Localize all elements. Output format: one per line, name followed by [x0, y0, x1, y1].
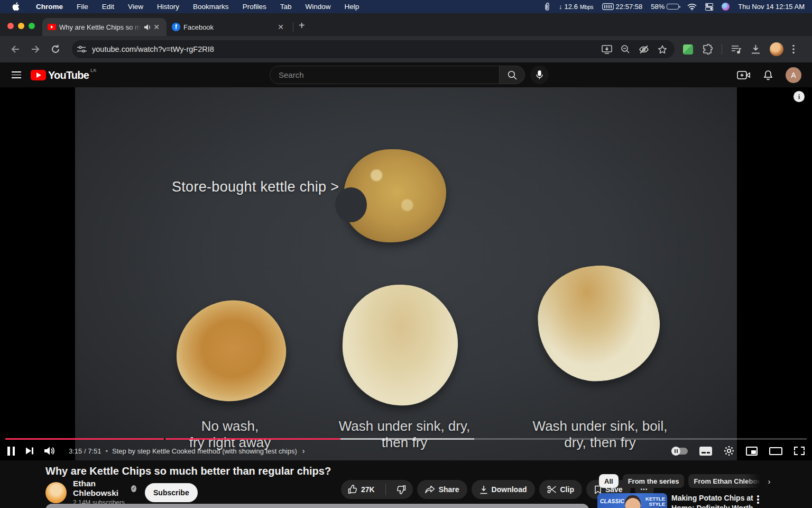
chrome-toolbar: youtube.com/watch?v=tWy-rgF2RI8: [0, 36, 812, 62]
notifications-bell-icon[interactable]: [763, 70, 773, 80]
tab-youtube[interactable]: Why are Kettle Chips so m ✕: [42, 18, 167, 36]
minimize-window-button[interactable]: [18, 23, 24, 29]
voice-search-button[interactable]: [530, 66, 549, 84]
siri-icon[interactable]: [722, 3, 730, 11]
chrome-menu-icon[interactable]: [792, 44, 795, 54]
menubar-item-window[interactable]: Window: [305, 3, 330, 11]
player-controls: 3:15 / 7:51 • Step by step Kettle Cooked…: [7, 442, 805, 459]
filter-chip-all[interactable]: All: [599, 474, 619, 488]
autoplay-toggle[interactable]: [672, 448, 688, 455]
new-tab-button[interactable]: +: [296, 20, 310, 36]
menubar-clock[interactable]: Thu Nov 14 12:15 AM: [738, 3, 805, 11]
menubar-item-chrome[interactable]: Chrome: [36, 3, 63, 11]
close-window-button[interactable]: [7, 23, 14, 29]
channel-avatar[interactable]: [45, 482, 67, 503]
progress-bar[interactable]: [5, 438, 807, 440]
close-tab-icon[interactable]: ✕: [152, 23, 161, 31]
menubar-item-profiles[interactable]: Profiles: [243, 3, 266, 11]
close-tab-icon[interactable]: ✕: [276, 23, 285, 31]
reload-button[interactable]: [45, 44, 66, 54]
video-player[interactable]: Store-bought kettle chip > No wash,fry r…: [0, 87, 812, 460]
info-icon[interactable]: i: [793, 91, 805, 102]
clip-button[interactable]: Clip: [539, 480, 582, 499]
recommended-thumbnail[interactable]: CLASSIC KETTLE STYLE: [597, 493, 667, 508]
menubar-item-file[interactable]: File: [77, 3, 88, 11]
dislike-button[interactable]: [390, 480, 413, 499]
tab-facebook[interactable]: f Facebook ✕: [167, 18, 291, 36]
facebook-favicon: f: [172, 23, 180, 31]
video-overlay-label: Store-bought kettle chip >: [172, 179, 339, 195]
youtube-wordmark: YouTube: [48, 70, 89, 80]
time-display: 3:15 / 7:51: [69, 447, 101, 455]
downloads-icon[interactable]: [751, 44, 761, 54]
paperclip-icon[interactable]: [544, 2, 550, 12]
search-icon: [508, 70, 517, 80]
menubar-item-view[interactable]: View: [128, 3, 143, 11]
menubar-item-bookmarks[interactable]: Bookmarks: [193, 3, 229, 11]
tab-audio-icon[interactable]: [144, 24, 152, 31]
filter-chip-from-channel[interactable]: From Ethan Chlebowski: [688, 474, 760, 488]
verified-badge-icon: ✓: [131, 485, 136, 492]
like-button[interactable]: 27K: [341, 480, 382, 499]
menubar-item-history[interactable]: History: [157, 3, 179, 11]
search-input[interactable]: [270, 66, 500, 84]
install-app-icon[interactable]: [602, 45, 612, 54]
apple-icon[interactable]: [12, 2, 20, 11]
create-video-icon[interactable]: [737, 70, 751, 80]
menubar-item-help[interactable]: Help: [344, 3, 359, 11]
battery-status[interactable]: 58%: [651, 3, 679, 11]
wifi-icon[interactable]: [687, 3, 697, 11]
miniplayer-icon[interactable]: [746, 447, 758, 456]
youtube-header: YouTube LK A: [0, 62, 812, 87]
recommended-video[interactable]: CLASSIC KETTLE STYLE Making Potato Chips…: [597, 493, 759, 508]
download-button[interactable]: Download: [472, 480, 535, 499]
profile-avatar[interactable]: [770, 42, 783, 56]
theater-mode-icon[interactable]: [769, 447, 782, 455]
next-button[interactable]: [25, 447, 34, 455]
extension-green-icon[interactable]: [683, 44, 693, 55]
youtube-logo[interactable]: YouTube LK: [31, 70, 97, 80]
zoom-out-icon[interactable]: [621, 44, 630, 54]
network-speed[interactable]: ↓12.6Mbps: [559, 3, 594, 11]
timer-status[interactable]: 22:57:58: [602, 3, 643, 11]
forward-button[interactable]: [25, 45, 45, 53]
chapter-title[interactable]: Step by step Kettle Cooked method (with …: [112, 447, 297, 455]
extensions-puzzle-icon[interactable]: [702, 44, 713, 55]
control-center-icon[interactable]: [705, 3, 713, 11]
settings-gear-icon[interactable]: [724, 446, 734, 456]
site-settings-icon[interactable]: [77, 45, 87, 53]
recommended-title[interactable]: Making Potato Chips at Home: Definitely …: [671, 493, 759, 508]
screen: Chrome File Edit View History Bookmarks …: [0, 0, 812, 508]
menubar-item-edit[interactable]: Edit: [102, 3, 114, 11]
filter-chip-from-series[interactable]: From the series: [623, 474, 685, 488]
video-frame[interactable]: Store-bought kettle chip > No wash,fry r…: [75, 87, 737, 460]
account-avatar[interactable]: A: [786, 67, 801, 83]
kettle-chip-top: [344, 149, 446, 242]
filters-chevron-right-icon[interactable]: ›: [768, 477, 770, 486]
address-bar[interactable]: youtube.com/watch?v=tWy-rgF2RI8: [72, 40, 675, 58]
subscribe-button[interactable]: Subscribe: [145, 483, 198, 502]
eye-slash-icon[interactable]: [639, 45, 649, 54]
search-button[interactable]: [500, 66, 525, 84]
description-box[interactable]: [45, 504, 589, 508]
speed-unit: Mbps: [580, 4, 594, 10]
subtitles-icon[interactable]: [699, 447, 712, 456]
fullscreen-icon[interactable]: [794, 447, 805, 455]
share-button[interactable]: Share: [417, 480, 467, 499]
channel-name[interactable]: Ethan Chlebowski: [73, 479, 128, 498]
thumbs-up-icon: [348, 485, 357, 494]
bookmark-star-icon[interactable]: [658, 45, 667, 54]
chapter-chevron-icon[interactable]: ›: [302, 447, 305, 455]
url-text[interactable]: youtube.com/watch?v=tWy-rgF2RI8: [92, 45, 602, 53]
menubar-item-tab[interactable]: Tab: [280, 3, 292, 11]
maximize-window-button[interactable]: [29, 23, 35, 29]
recommended-menu-icon[interactable]: [757, 495, 759, 504]
media-controls-icon[interactable]: [731, 45, 742, 54]
like-dislike-pill: 27K: [341, 480, 413, 499]
tab-title: Why are Kettle Chips so m: [59, 23, 141, 31]
battery-percent: 58%: [651, 3, 665, 11]
hamburger-menu-icon[interactable]: [0, 71, 31, 78]
back-button[interactable]: [5, 45, 25, 53]
volume-icon[interactable]: [44, 446, 56, 456]
pause-button[interactable]: [7, 447, 15, 456]
